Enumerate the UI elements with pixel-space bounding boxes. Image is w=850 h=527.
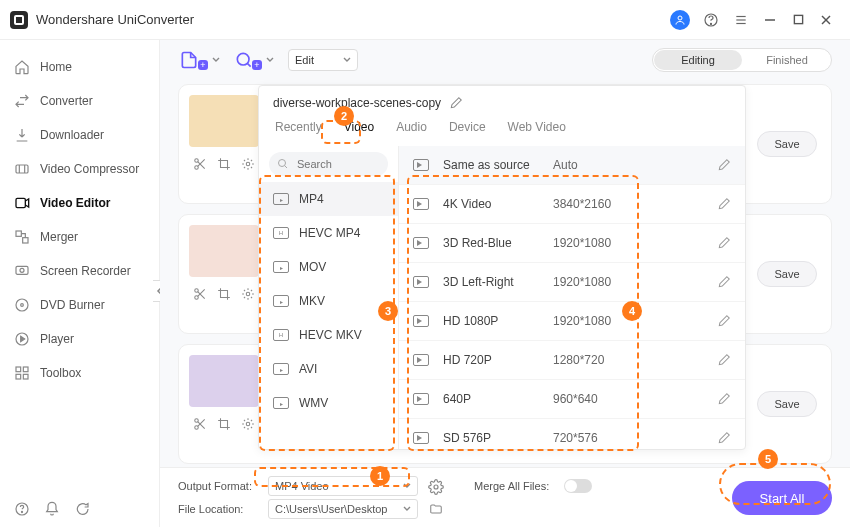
edit-preset-icon[interactable] — [717, 197, 731, 211]
format-item-avi[interactable]: ▸AVI — [259, 352, 398, 386]
merger-icon — [14, 229, 30, 245]
sidebar-item-screen-recorder[interactable]: Screen Recorder — [0, 254, 159, 288]
settings-icon[interactable] — [428, 479, 444, 493]
help-icon[interactable] — [14, 501, 30, 517]
trim-icon[interactable] — [193, 417, 207, 431]
crop-icon[interactable] — [217, 157, 231, 171]
format-item-mkv[interactable]: ▸MKV — [259, 284, 398, 318]
video-thumbnail[interactable] — [189, 355, 259, 407]
sidebar-item-label: Toolbox — [40, 366, 81, 380]
format-item-wmv[interactable]: ▸WMV — [259, 386, 398, 420]
rename-icon[interactable] — [449, 96, 463, 110]
menu-icon[interactable] — [732, 11, 750, 29]
edit-preset-icon[interactable] — [717, 353, 731, 367]
crop-icon[interactable] — [217, 287, 231, 301]
format-item-mov[interactable]: ▸MOV — [259, 250, 398, 284]
resolution-row[interactable]: 4K Video3840*2160 — [399, 184, 745, 223]
resolution-row[interactable]: 640P960*640 — [399, 379, 745, 418]
dvd-icon — [14, 297, 30, 313]
edit-dropdown-label: Edit — [295, 54, 314, 66]
edit-preset-icon[interactable] — [717, 275, 731, 289]
edit-preset-icon[interactable] — [717, 392, 731, 406]
open-folder-icon[interactable] — [428, 502, 444, 516]
video-icon — [413, 354, 429, 366]
add-file-button[interactable]: + — [178, 50, 220, 70]
save-button[interactable]: Save — [757, 131, 817, 157]
sidebar-item-toolbox[interactable]: Toolbox — [0, 356, 159, 390]
trim-icon[interactable] — [193, 157, 207, 171]
svg-rect-7 — [794, 15, 802, 23]
trim-icon[interactable] — [193, 287, 207, 301]
save-button[interactable]: Save — [757, 261, 817, 287]
tab-audio[interactable]: Audio — [394, 116, 429, 138]
close-button[interactable] — [812, 6, 840, 34]
account-avatar[interactable] — [670, 10, 690, 30]
edit-preset-icon[interactable] — [717, 236, 731, 250]
resolution-dim: 1280*720 — [553, 353, 717, 367]
video-thumbnail[interactable] — [189, 95, 259, 147]
file-location-dropdown[interactable]: C:\Users\User\Desktop — [268, 499, 418, 519]
resolution-row-header[interactable]: Same as source Auto — [399, 146, 745, 184]
resolution-name: HD 1080P — [443, 314, 553, 328]
output-format-dropdown[interactable]: MP4 Video — [268, 476, 418, 496]
file-location-value: C:\Users\User\Desktop — [275, 503, 387, 515]
tab-device[interactable]: Device — [447, 116, 488, 138]
edit-dropdown[interactable]: Edit — [288, 49, 358, 71]
resolution-row[interactable]: HD 720P1280*720 — [399, 340, 745, 379]
sidebar-item-merger[interactable]: Merger — [0, 220, 159, 254]
video-thumbnail[interactable] — [189, 225, 259, 277]
tab-recently[interactable]: Recently — [273, 116, 324, 138]
effect-icon[interactable] — [241, 287, 255, 301]
format-icon: H — [273, 227, 289, 239]
tab-video[interactable]: Video — [342, 116, 376, 138]
sidebar-item-home[interactable]: Home — [0, 50, 159, 84]
sidebar-item-label: Merger — [40, 230, 78, 244]
format-item-hevc-mkv[interactable]: HHEVC MKV — [259, 318, 398, 352]
start-all-button[interactable]: Start All — [732, 481, 832, 515]
support-icon[interactable] — [702, 11, 720, 29]
format-item-label: AVI — [299, 362, 317, 376]
merge-toggle[interactable] — [564, 479, 592, 493]
compressor-icon — [14, 161, 30, 177]
sidebar-item-converter[interactable]: Converter — [0, 84, 159, 118]
seg-finished[interactable]: Finished — [743, 49, 831, 71]
sidebar-item-downloader[interactable]: Downloader — [0, 118, 159, 152]
svg-point-17 — [20, 268, 24, 272]
feedback-icon[interactable] — [74, 501, 90, 517]
titlebar: Wondershare UniConverter — [0, 0, 850, 40]
svg-rect-23 — [16, 374, 21, 379]
tab-web-video[interactable]: Web Video — [506, 116, 568, 138]
resolution-dim: 720*576 — [553, 431, 717, 445]
seg-editing[interactable]: Editing — [654, 50, 742, 70]
resolution-row[interactable]: 3D Left-Right1920*1080 — [399, 262, 745, 301]
format-item-label: MOV — [299, 260, 326, 274]
sidebar-item-player[interactable]: Player — [0, 322, 159, 356]
resolution-row[interactable]: SD 576P720*576 — [399, 418, 745, 449]
save-button[interactable]: Save — [757, 391, 817, 417]
sidebar-item-video-editor[interactable]: Video Editor — [0, 186, 159, 220]
effect-icon[interactable] — [241, 417, 255, 431]
minimize-button[interactable] — [756, 6, 784, 34]
notification-icon[interactable] — [44, 501, 60, 517]
svg-rect-13 — [16, 198, 25, 207]
resolution-row[interactable]: 3D Red-Blue1920*1080 — [399, 223, 745, 262]
edit-preset-icon[interactable] — [717, 158, 731, 172]
resolution-row[interactable]: HD 1080P1920*1080 — [399, 301, 745, 340]
effect-icon[interactable] — [241, 157, 255, 171]
svg-rect-14 — [16, 231, 21, 236]
output-format-label: Output Format: — [178, 480, 258, 492]
edit-preset-icon[interactable] — [717, 431, 731, 445]
svg-point-18 — [16, 299, 28, 311]
resolution-name: 3D Left-Right — [443, 275, 553, 289]
converter-icon — [14, 93, 30, 109]
sidebar-item-dvd-burner[interactable]: DVD Burner — [0, 288, 159, 322]
add-url-button[interactable]: + — [234, 50, 274, 70]
player-icon — [14, 331, 30, 347]
format-item-hevc-mp4[interactable]: HHEVC MP4 — [259, 216, 398, 250]
sidebar-item-compressor[interactable]: Video Compressor — [0, 152, 159, 186]
crop-icon[interactable] — [217, 417, 231, 431]
maximize-button[interactable] — [784, 6, 812, 34]
format-icon: ▸ — [273, 193, 289, 205]
edit-preset-icon[interactable] — [717, 314, 731, 328]
format-item-mp4[interactable]: ▸MP4 — [259, 182, 398, 216]
